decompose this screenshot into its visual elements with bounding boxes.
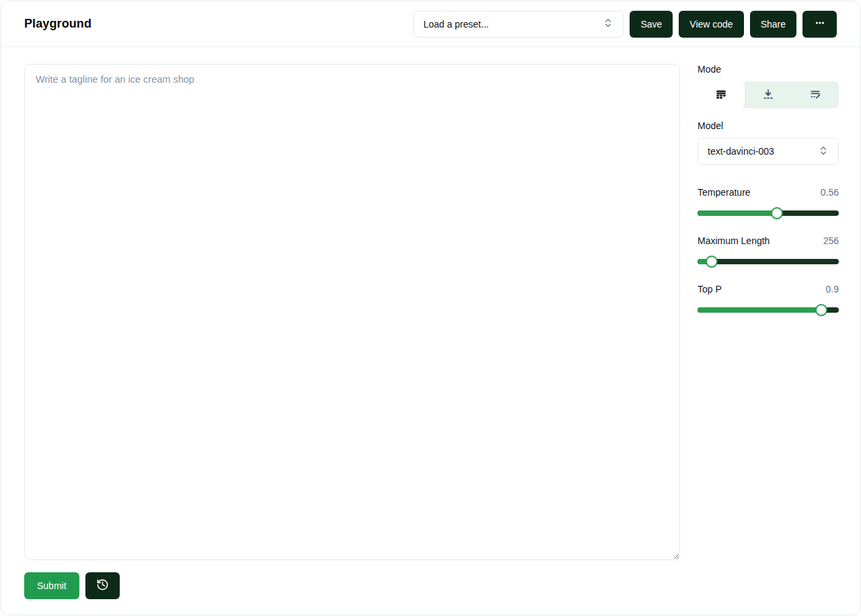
more-ellipsis-icon	[815, 17, 825, 30]
mode-edit-toggle[interactable]	[792, 81, 839, 108]
insert-mode-icon	[762, 88, 774, 102]
editor-actions: Submit	[24, 572, 680, 599]
header: Playground Load a preset... Save View co…	[1, 1, 860, 47]
complete-mode-icon	[715, 88, 727, 102]
load-preset-select[interactable]: Load a preset...	[413, 11, 624, 38]
slider-track	[698, 259, 839, 264]
editor-panel: Submit	[24, 64, 680, 615]
slider-track	[698, 210, 839, 216]
page-title: Playground	[24, 17, 91, 31]
maximum-length-value: 256	[823, 235, 839, 246]
param-top-p: Top P 0.9	[698, 284, 839, 316]
maximum-length-slider-thumb[interactable]	[706, 256, 718, 268]
prompt-textarea[interactable]	[24, 64, 680, 560]
maximum-length-label: Maximum Length	[698, 235, 770, 246]
top-p-label: Top P	[698, 284, 722, 295]
share-button[interactable]: Share	[750, 11, 796, 38]
mode-insert-toggle[interactable]	[745, 81, 792, 108]
mode-label: Mode	[698, 64, 839, 75]
history-icon	[96, 578, 109, 593]
temperature-slider-thumb[interactable]	[771, 207, 783, 219]
edit-mode-icon	[809, 88, 821, 102]
slider-fill	[698, 307, 821, 313]
top-p-slider[interactable]	[698, 304, 839, 316]
mode-toggle-group	[698, 81, 839, 108]
model-label: Model	[698, 120, 839, 131]
content: Submit Mode	[1, 47, 860, 615]
maximum-length-slider[interactable]	[698, 256, 839, 268]
submit-button[interactable]: Submit	[24, 572, 79, 599]
param-temperature: Temperature 0.56	[698, 187, 839, 219]
param-head: Temperature 0.56	[698, 187, 839, 198]
temperature-slider[interactable]	[698, 207, 839, 219]
chevrons-up-down-icon	[818, 145, 829, 158]
save-button[interactable]: Save	[630, 11, 673, 38]
model-select-value: text-davinci-003	[708, 146, 774, 157]
view-code-button[interactable]: View code	[679, 11, 743, 38]
header-actions: Load a preset... Save View code Share	[413, 11, 837, 38]
load-preset-value: Load a preset...	[423, 19, 488, 30]
history-button[interactable]	[85, 572, 120, 599]
playground-app: Playground Load a preset... Save View co…	[1, 1, 860, 615]
model-select[interactable]: text-davinci-003	[698, 138, 839, 165]
param-head: Maximum Length 256	[698, 235, 839, 246]
top-p-slider-thumb[interactable]	[815, 304, 827, 316]
param-maximum-length: Maximum Length 256	[698, 235, 839, 268]
settings-sidebar: Mode	[698, 64, 839, 615]
more-button[interactable]	[802, 11, 837, 38]
top-p-value: 0.9	[826, 284, 839, 295]
slider-fill	[698, 210, 777, 216]
temperature-value: 0.56	[821, 187, 839, 198]
temperature-label: Temperature	[698, 187, 751, 198]
mode-complete-toggle[interactable]	[698, 81, 745, 108]
chevrons-up-down-icon	[603, 17, 613, 30]
param-head: Top P 0.9	[698, 284, 839, 295]
